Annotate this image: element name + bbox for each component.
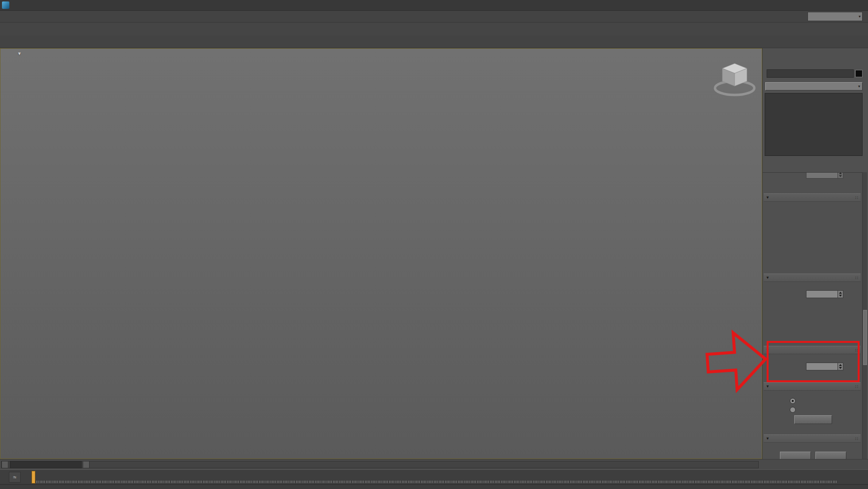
max-overlap-row — [763, 172, 862, 179]
save-preset-button[interactable] — [780, 452, 811, 459]
rollout-grip-icon: ∷ — [855, 436, 858, 441]
uv-channel-field[interactable] — [806, 290, 838, 298]
menu-bar: ▾ — [0, 11, 868, 23]
secondary-toolbar — [0, 35, 868, 48]
max-overlap-spinner[interactable] — [838, 172, 843, 179]
rollouts-area: ▼ ∷ ▼ ∷ ▼ ∷ ▼ — [763, 172, 862, 459]
annotation-arrow — [705, 327, 770, 396]
rollout-grip-icon: ∷ — [855, 384, 858, 389]
rollout-collapse-icon: ▼ — [766, 195, 770, 200]
modifier-list-dropdown[interactable]: ▾ — [765, 82, 863, 91]
max-overlap-field[interactable] — [806, 172, 838, 179]
object-name-field[interactable] — [767, 69, 854, 78]
panel-scrollbar[interactable] — [862, 172, 867, 459]
rollout-header-update[interactable]: ▼ ∷ — [764, 382, 861, 391]
command-panel: ▾ ▼ ∷ ▼ ∷ ▼ — [762, 48, 868, 459]
viewport-label: ▼ — [3, 51, 22, 56]
rollout-collapse-icon: ▼ — [766, 436, 770, 441]
panel-scrollbar-thumb[interactable] — [863, 310, 867, 365]
perspective-viewport[interactable]: ▼ — [0, 48, 762, 459]
modifier-stack — [765, 93, 863, 156]
next-frame-button[interactable] — [83, 461, 90, 468]
rollout-header-uv-settings[interactable]: ▼ ∷ — [764, 274, 861, 282]
frame-ticks — [36, 481, 838, 483]
workspace-dropdown[interactable]: ▾ — [807, 12, 863, 21]
update-always-radio[interactable] — [790, 398, 796, 404]
update-always-row — [763, 397, 862, 405]
view-cube[interactable] — [712, 60, 757, 100]
rollout-grip-icon: ∷ — [855, 275, 858, 280]
chevron-down-icon: ▾ — [859, 14, 861, 19]
uv-channel-row — [763, 290, 862, 298]
main-toolbar — [0, 23, 868, 35]
mini-curve-editor-button[interactable]: ≈ — [9, 472, 21, 483]
track-bar[interactable]: ≈ — [0, 469, 868, 485]
rollout-grip-icon: ∷ — [855, 195, 858, 200]
uv-channel-spinner[interactable] — [838, 290, 843, 298]
load-preset-button[interactable] — [815, 452, 846, 459]
annotation-highlight-rectangle — [767, 341, 860, 382]
viewport-filter-icon[interactable]: ▼ — [17, 51, 22, 56]
update-button[interactable] — [794, 415, 832, 424]
chevron-down-icon: ▾ — [858, 84, 860, 89]
rollout-collapse-icon: ▼ — [766, 275, 770, 280]
title-bar — [0, 0, 868, 11]
time-slider-row — [0, 459, 868, 469]
status-bar-strip — [0, 485, 868, 489]
rollout-header-presets[interactable]: ▼ ∷ — [764, 434, 861, 443]
update-manually-row — [763, 405, 862, 414]
floor-plane[interactable] — [0, 49, 762, 459]
current-frame-marker[interactable] — [31, 471, 35, 484]
time-slider-handle[interactable] — [10, 461, 82, 468]
previous-frame-button[interactable] — [1, 461, 8, 468]
app-logo-icon — [2, 1, 9, 9]
update-manually-radio[interactable] — [790, 407, 796, 413]
time-slider-track[interactable] — [1, 461, 759, 468]
object-color-swatch[interactable] — [855, 70, 863, 77]
rollout-header-general[interactable]: ▼ ∷ — [764, 193, 861, 202]
